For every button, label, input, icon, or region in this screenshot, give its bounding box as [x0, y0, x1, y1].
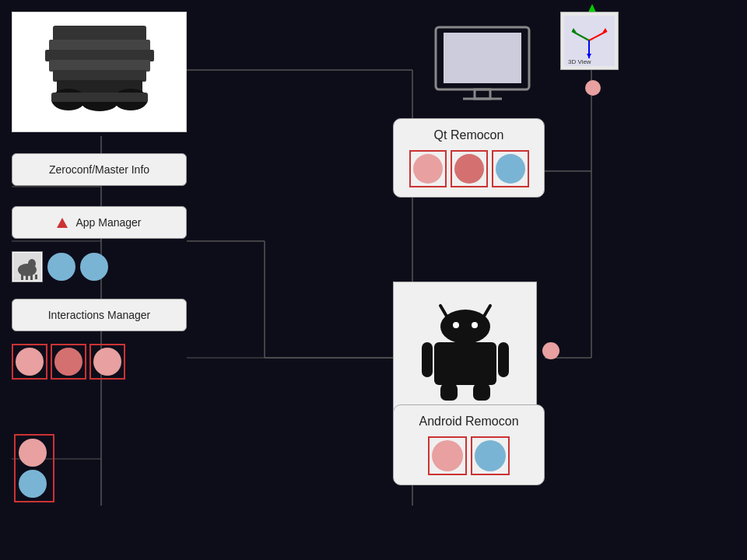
svg-rect-30	[444, 33, 521, 83]
bottom-circle-pink	[19, 439, 47, 467]
qt-circle-2	[454, 154, 484, 184]
svg-rect-48	[30, 275, 33, 280]
interaction-circle-1	[16, 348, 44, 376]
connector-dot-qt	[585, 80, 601, 96]
app-manager-button[interactable]: App Manager	[12, 206, 187, 239]
interactions-circles-row	[12, 344, 125, 380]
app-thumbnail	[12, 251, 43, 282]
robot-image	[12, 12, 187, 132]
qt-circle-1	[413, 154, 443, 184]
svg-rect-46	[21, 275, 23, 280]
svg-rect-47	[26, 275, 28, 280]
svg-rect-37	[53, 70, 146, 82]
zeroconf-button[interactable]: Zeroconf/Master Info	[12, 153, 187, 186]
qt-circle-box-2	[451, 150, 488, 187]
interaction-box-2	[51, 344, 86, 380]
qt-circle-box-1	[409, 150, 447, 187]
svg-rect-35	[45, 50, 154, 61]
android-circle-box-1	[428, 436, 467, 475]
app-manager-label: App Manager	[75, 216, 141, 229]
android-circle-2	[475, 440, 506, 471]
android-icon-area	[393, 282, 537, 415]
android-svg	[419, 294, 512, 403]
bottom-left-circle-box	[14, 434, 54, 502]
svg-rect-36	[49, 60, 150, 72]
zeroconf-label: Zeroconf/Master Info	[49, 163, 149, 176]
main-canvas: 3D View	[0, 0, 747, 560]
app-circle-1	[47, 253, 75, 281]
svg-rect-49	[35, 275, 37, 279]
svg-rect-42	[51, 93, 148, 102]
app-circle-2	[80, 253, 108, 281]
monitor-icon	[432, 23, 533, 112]
svg-rect-34	[49, 40, 150, 51]
svg-point-53	[453, 322, 459, 328]
qt-circle-box-3	[492, 150, 529, 187]
android-remocon-panel: Android Remocon	[393, 404, 545, 485]
interactions-label: Interactions Manager	[48, 309, 151, 321]
interaction-circle-3	[93, 348, 121, 376]
svg-rect-56	[422, 342, 433, 377]
interaction-box-1	[12, 344, 47, 380]
svg-rect-33	[53, 26, 146, 41]
qt-remocon-title: Qt Remocon	[434, 128, 504, 142]
app-manager-arrow-icon	[57, 218, 68, 228]
qt-remocon-circles	[409, 150, 529, 187]
android-remocon-title: Android Remocon	[419, 415, 518, 429]
android-circle-1	[432, 440, 463, 471]
bottom-circle-blue	[19, 470, 47, 498]
svg-rect-57	[498, 342, 509, 377]
svg-rect-55	[434, 342, 496, 385]
interactions-manager-button[interactable]: Interactions Manager	[12, 299, 187, 331]
app-manager-icons-row	[12, 251, 108, 282]
interaction-box-3	[89, 344, 125, 380]
android-connector-dot	[542, 342, 559, 359]
svg-rect-31	[475, 89, 490, 99]
svg-text:3D View: 3D View	[568, 58, 591, 65]
svg-point-54	[472, 322, 478, 328]
axes-thumbnail: 3D View	[560, 12, 619, 70]
svg-rect-58	[440, 383, 458, 401]
qt-remocon-panel: Qt Remocon	[393, 118, 545, 198]
svg-point-45	[28, 259, 36, 268]
svg-point-52	[440, 310, 490, 344]
android-circle-box-2	[471, 436, 510, 475]
android-remocon-circles	[428, 436, 510, 475]
svg-rect-59	[473, 383, 490, 401]
interaction-circle-2	[54, 348, 82, 376]
qt-circle-3	[496, 154, 525, 184]
